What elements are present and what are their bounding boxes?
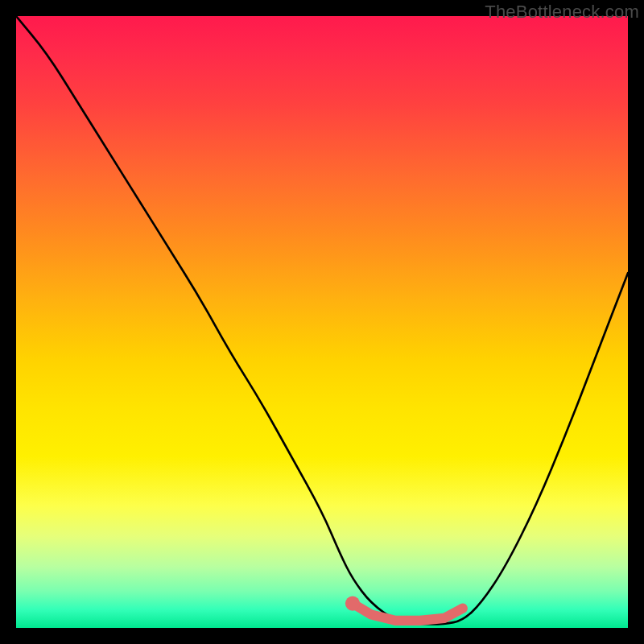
optimal-start-dot	[345, 596, 360, 610]
optimal-band-path	[353, 604, 463, 621]
bottleneck-curve-path	[16, 16, 628, 624]
chart-svg	[16, 16, 628, 628]
watermark-text: TheBottleneck.com	[485, 2, 639, 23]
